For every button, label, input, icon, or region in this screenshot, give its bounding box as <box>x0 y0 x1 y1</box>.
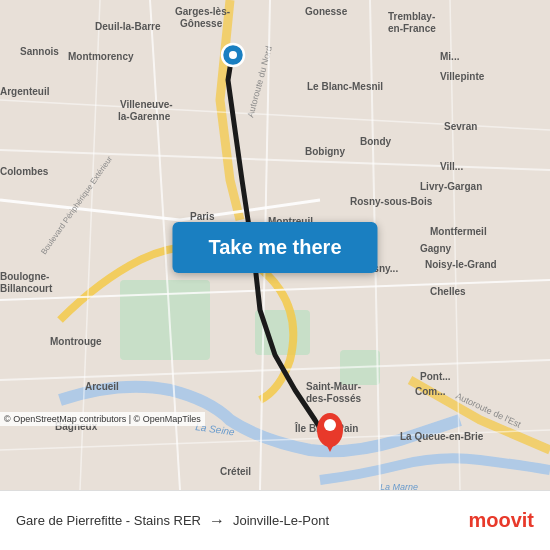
svg-text:Villepinte: Villepinte <box>440 71 485 82</box>
svg-text:Tremblay-: Tremblay- <box>388 11 435 22</box>
svg-text:Argenteuil: Argenteuil <box>0 86 50 97</box>
moovit-logo: moovit <box>468 509 534 532</box>
svg-text:Montrouge: Montrouge <box>50 336 102 347</box>
svg-text:Créteil: Créteil <box>220 466 251 477</box>
svg-text:Sevran: Sevran <box>444 121 477 132</box>
svg-text:Montmorency: Montmorency <box>68 51 134 62</box>
svg-text:Noisy-le-Grand: Noisy-le-Grand <box>425 259 497 270</box>
svg-text:en-France: en-France <box>388 23 436 34</box>
svg-text:Colombes: Colombes <box>0 166 49 177</box>
svg-text:des-Fossés: des-Fossés <box>306 393 361 404</box>
moovit-logo-text: moovit <box>468 509 534 532</box>
svg-text:Villeneuve-: Villeneuve- <box>120 99 173 110</box>
svg-text:Gônesse: Gônesse <box>180 18 223 29</box>
svg-point-64 <box>324 419 336 431</box>
svg-text:Chelles: Chelles <box>430 286 466 297</box>
svg-text:Vill...: Vill... <box>440 161 463 172</box>
svg-text:Boulogne-: Boulogne- <box>0 271 49 282</box>
svg-text:Gonesse: Gonesse <box>305 6 348 17</box>
route-info: Gare de Pierrefitte - Stains RER → Joinv… <box>16 512 329 530</box>
svg-text:Paris: Paris <box>190 211 215 222</box>
svg-text:La Marne: La Marne <box>380 482 418 490</box>
svg-text:Billancourt: Billancourt <box>0 283 53 294</box>
svg-text:Deuil-la-Barre: Deuil-la-Barre <box>95 21 161 32</box>
svg-text:Montfermeil: Montfermeil <box>430 226 487 237</box>
map-container: Autoroute du Nord Autoroute de l'Est La … <box>0 0 550 490</box>
svg-text:Gagny: Gagny <box>420 243 452 254</box>
svg-text:Sannois: Sannois <box>20 46 59 57</box>
svg-text:la-Garenne: la-Garenne <box>118 111 171 122</box>
svg-text:La Queue-en-Brie: La Queue-en-Brie <box>400 431 484 442</box>
svg-point-62 <box>229 51 237 59</box>
svg-text:Com...: Com... <box>415 386 446 397</box>
svg-text:Saint-Maur-: Saint-Maur- <box>306 381 361 392</box>
svg-text:Bondy: Bondy <box>360 136 392 147</box>
svg-text:Garges-lès-: Garges-lès- <box>175 6 230 17</box>
svg-text:Arcueil: Arcueil <box>85 381 119 392</box>
take-me-there-button[interactable]: Take me there <box>172 222 377 273</box>
bottom-bar: Gare de Pierrefitte - Stains RER → Joinv… <box>0 490 550 550</box>
svg-text:Rosny-sous-Bois: Rosny-sous-Bois <box>350 196 433 207</box>
arrow-icon: → <box>209 512 225 530</box>
svg-text:Pont...: Pont... <box>420 371 451 382</box>
origin-label: Gare de Pierrefitte - Stains RER <box>16 513 201 528</box>
svg-text:Livry-Gargan: Livry-Gargan <box>420 181 482 192</box>
svg-text:Bobigny: Bobigny <box>305 146 345 157</box>
svg-text:Le Blanc-Mesnil: Le Blanc-Mesnil <box>307 81 383 92</box>
svg-text:Mi...: Mi... <box>440 51 460 62</box>
destination-label: Joinville-Le-Pont <box>233 513 329 528</box>
map-attribution: © OpenStreetMap contributors | © OpenMap… <box>0 412 205 426</box>
